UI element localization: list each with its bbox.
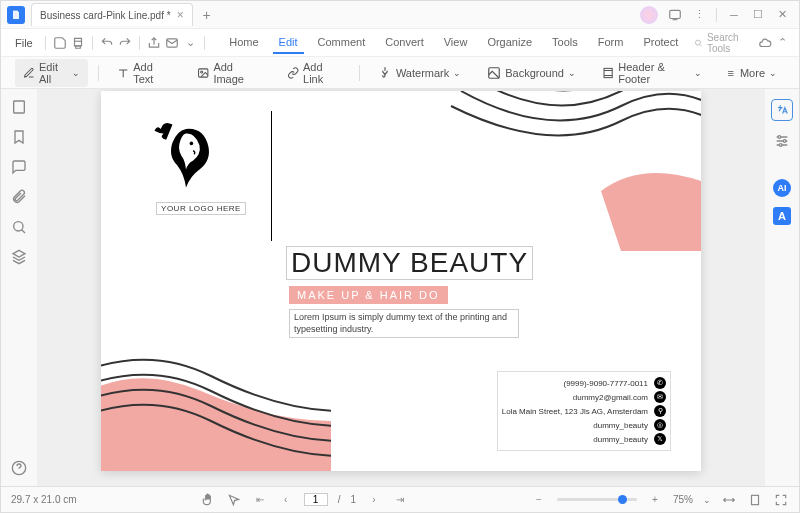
add-text-button[interactable]: Add Text xyxy=(109,59,179,87)
hand-tool-icon[interactable] xyxy=(200,492,216,508)
tab-protect[interactable]: Protect xyxy=(637,32,684,54)
svg-point-11 xyxy=(190,142,194,146)
ai-assistant-icon[interactable] xyxy=(640,6,658,24)
accessibility-icon[interactable]: A xyxy=(773,207,791,225)
tab-home[interactable]: Home xyxy=(223,32,264,54)
titlebar: Business card-Pink Line.pdf * × + ⋮ ─ ☐ … xyxy=(1,1,799,29)
app-window: Business card-Pink Line.pdf * × + ⋮ ─ ☐ … xyxy=(0,0,800,513)
last-page-icon[interactable]: ⇥ xyxy=(392,492,408,508)
svg-rect-1 xyxy=(74,41,81,46)
share-icon[interactable] xyxy=(146,32,162,54)
contact-email: dummy2@gmail.com xyxy=(573,393,648,402)
edit-toolbar: Edit All⌄ Add Text Add Image Add Link Wa… xyxy=(1,57,799,89)
page-sep: / xyxy=(338,494,341,505)
vertical-divider xyxy=(271,111,272,241)
more-button[interactable]: ≡ More⌄ xyxy=(720,65,785,81)
document-title[interactable]: DUMMY BEAUTY xyxy=(286,246,533,280)
select-tool-icon[interactable] xyxy=(226,492,242,508)
background-button[interactable]: Background⌄ xyxy=(479,64,584,82)
add-link-button[interactable]: Add Link xyxy=(279,59,349,87)
tab-organize[interactable]: Organize xyxy=(481,32,538,54)
zoom-value: 75% xyxy=(673,494,693,505)
comments-icon[interactable] xyxy=(11,159,27,175)
tab-form[interactable]: Form xyxy=(592,32,630,54)
fit-page-icon[interactable] xyxy=(747,492,763,508)
close-tab-icon[interactable]: × xyxy=(177,8,184,22)
svg-rect-8 xyxy=(14,101,25,113)
minimize-button[interactable]: ─ xyxy=(723,4,745,26)
header-footer-button[interactable]: Header & Footer⌄ xyxy=(594,59,710,87)
twitter-icon: 𝕏 xyxy=(654,433,666,445)
svg-point-9 xyxy=(14,222,23,231)
fit-width-icon[interactable] xyxy=(721,492,737,508)
page-input[interactable] xyxy=(304,493,328,506)
ai-badge[interactable]: AI xyxy=(773,179,791,197)
svg-point-5 xyxy=(201,70,203,72)
decorative-wave-bottom xyxy=(101,321,331,471)
search-tools[interactable]: Search Tools xyxy=(688,30,754,56)
caret-down-icon[interactable]: ⌄ xyxy=(182,32,198,54)
app-logo-icon xyxy=(7,6,25,24)
logo-placeholder[interactable]: YOUR LOGO HERE xyxy=(141,111,261,215)
thumbnails-icon[interactable] xyxy=(11,99,27,115)
tab-convert[interactable]: Convert xyxy=(379,32,430,54)
svg-rect-7 xyxy=(604,68,612,77)
kebab-menu-icon[interactable]: ⋮ xyxy=(688,4,710,26)
collapse-ribbon-icon[interactable]: ⌃ xyxy=(775,32,791,54)
feedback-icon[interactable] xyxy=(664,4,686,26)
save-icon[interactable] xyxy=(51,32,67,54)
settings-slider-icon[interactable] xyxy=(772,131,792,151)
zoom-out-icon[interactable]: − xyxy=(531,492,547,508)
layers-icon[interactable] xyxy=(11,249,27,265)
bookmarks-icon[interactable] xyxy=(11,129,27,145)
fullscreen-icon[interactable] xyxy=(773,492,789,508)
tab-comment[interactable]: Comment xyxy=(312,32,372,54)
contact-instagram: dummy_beauty xyxy=(593,421,648,430)
tab-view[interactable]: View xyxy=(438,32,474,54)
cloud-icon[interactable] xyxy=(757,32,773,54)
undo-icon[interactable] xyxy=(99,32,115,54)
print-icon[interactable] xyxy=(70,32,86,54)
file-menu[interactable]: File xyxy=(9,35,39,51)
document-body[interactable]: Lorem Ipsum is simply dummy text of the … xyxy=(289,309,519,338)
redo-icon[interactable] xyxy=(117,32,133,54)
next-page-icon[interactable]: › xyxy=(366,492,382,508)
canvas-area[interactable]: YOUR LOGO HERE DUMMY BEAUTY MAKE UP & HA… xyxy=(37,89,765,486)
prev-page-icon[interactable]: ‹ xyxy=(278,492,294,508)
zoom-in-icon[interactable]: + xyxy=(647,492,663,508)
menubar: File ⌄ Home Edit Comment Convert View Or… xyxy=(1,29,799,57)
add-tab-button[interactable]: + xyxy=(197,5,217,25)
contact-phone: (9999)-9090-7777-0011 xyxy=(563,379,648,388)
maximize-button[interactable]: ☐ xyxy=(747,4,769,26)
document-page[interactable]: YOUR LOGO HERE DUMMY BEAUTY MAKE UP & HA… xyxy=(101,91,701,471)
watermark-button[interactable]: Watermark⌄ xyxy=(370,64,469,82)
tab-edit[interactable]: Edit xyxy=(273,32,304,54)
contact-block[interactable]: (9999)-9090-7777-0011✆ dummy2@gmail.com✉… xyxy=(497,371,671,451)
contact-address: Lola Main Street, 123 Jls AG, Amsterdam xyxy=(502,407,648,416)
svg-rect-15 xyxy=(752,495,759,504)
svg-point-14 xyxy=(779,144,782,147)
woman-face-logo-icon xyxy=(141,111,231,201)
help-icon[interactable] xyxy=(11,460,27,476)
first-page-icon[interactable]: ⇤ xyxy=(252,492,268,508)
tab-tools[interactable]: Tools xyxy=(546,32,584,54)
search-placeholder: Search Tools xyxy=(707,32,749,54)
logo-caption[interactable]: YOUR LOGO HERE xyxy=(156,202,246,215)
document-subtitle[interactable]: MAKE UP & HAIR DO xyxy=(289,286,448,304)
translate-icon[interactable] xyxy=(771,99,793,121)
svg-point-12 xyxy=(778,136,781,139)
instagram-icon: ◎ xyxy=(654,419,666,431)
svg-point-3 xyxy=(696,40,701,45)
zoom-slider[interactable] xyxy=(557,498,637,501)
email-icon[interactable] xyxy=(164,32,180,54)
main-area: YOUR LOGO HERE DUMMY BEAUTY MAKE UP & HA… xyxy=(1,89,799,486)
right-sidebar: AI A xyxy=(765,89,799,486)
svg-point-13 xyxy=(783,140,786,143)
email-icon: ✉ xyxy=(654,391,666,403)
attachments-icon[interactable] xyxy=(11,189,27,205)
edit-all-button[interactable]: Edit All⌄ xyxy=(15,59,88,87)
document-tab[interactable]: Business card-Pink Line.pdf * × xyxy=(31,3,193,26)
search-panel-icon[interactable] xyxy=(11,219,27,235)
add-image-button[interactable]: Add Image xyxy=(189,59,269,87)
close-window-button[interactable]: ✕ xyxy=(771,4,793,26)
